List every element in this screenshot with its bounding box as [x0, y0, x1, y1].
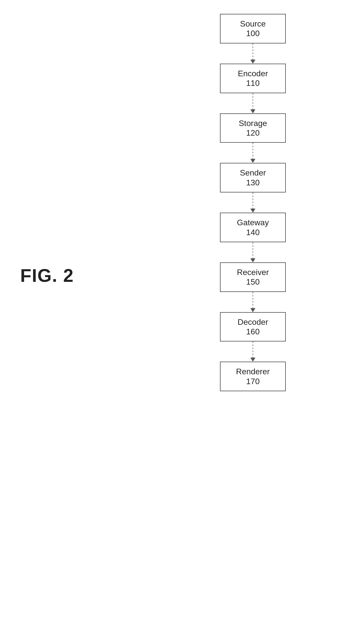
arrow-1	[250, 43, 255, 64]
arrow-head-7	[250, 358, 255, 362]
arrow-6	[250, 292, 255, 312]
figure-label: FIG. 2	[20, 265, 74, 286]
arrow-line-7	[253, 341, 253, 358]
arrow-4	[250, 192, 255, 213]
source-box: Source 100	[220, 14, 286, 43]
arrow-line-3	[253, 143, 253, 159]
receiver-label: Receiver	[223, 267, 283, 277]
arrow-7	[250, 341, 255, 362]
renderer-box: Renderer 170	[220, 362, 286, 391]
renderer-label: Renderer	[223, 367, 283, 376]
arrow-head-2	[250, 109, 255, 113]
encoder-label: Encoder	[223, 69, 283, 78]
storage-box: Storage 120	[220, 113, 286, 143]
sender-label: Sender	[223, 168, 283, 178]
decoder-box: Decoder 160	[220, 312, 286, 342]
arrow-head-1	[250, 60, 255, 64]
arrow-line-2	[253, 93, 253, 109]
arrow-line-4	[253, 192, 253, 209]
diagram: Source 100 Encoder 110 Storage 120 Sende…	[207, 14, 298, 391]
arrow-line-1	[253, 43, 253, 60]
arrow-2	[250, 93, 255, 113]
arrow-line-6	[253, 292, 253, 308]
storage-label: Storage	[223, 118, 283, 128]
gateway-box: Gateway 140	[220, 213, 286, 242]
page: FIG. 2 Source 100 Encoder 110 Storage 12…	[0, 0, 351, 644]
encoder-number: 110	[223, 78, 283, 88]
storage-number: 120	[223, 128, 283, 138]
receiver-number: 150	[223, 277, 283, 287]
arrow-line-5	[253, 242, 253, 258]
gateway-label: Gateway	[223, 218, 283, 227]
source-label: Source	[223, 19, 283, 29]
sender-number: 130	[223, 178, 283, 187]
receiver-box: Receiver 150	[220, 262, 286, 292]
arrow-5	[250, 242, 255, 262]
gateway-number: 140	[223, 228, 283, 237]
arrow-head-5	[250, 258, 255, 262]
decoder-label: Decoder	[223, 317, 283, 327]
encoder-box: Encoder 110	[220, 64, 286, 93]
arrow-3	[250, 143, 255, 163]
arrow-head-4	[250, 209, 255, 213]
arrow-head-6	[250, 308, 255, 312]
sender-box: Sender 130	[220, 163, 286, 192]
arrow-head-3	[250, 159, 255, 163]
renderer-number: 170	[223, 377, 283, 386]
decoder-number: 160	[223, 327, 283, 336]
source-number: 100	[223, 29, 283, 38]
